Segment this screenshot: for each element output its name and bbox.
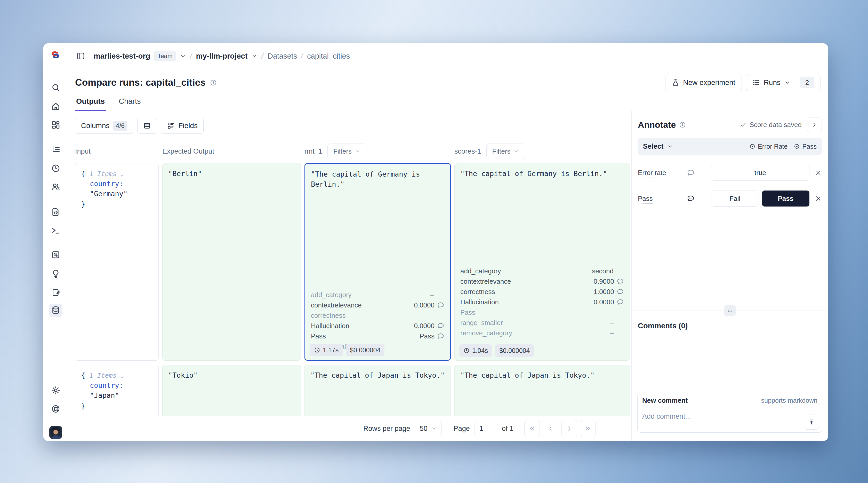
submit-comment-button[interactable] xyxy=(804,415,819,429)
runs-button[interactable]: Runs 2 xyxy=(746,74,821,91)
help-lifebuoy-icon[interactable] xyxy=(49,402,62,416)
chevron-down-icon[interactable]: ⌄ xyxy=(117,171,124,177)
columns-button[interactable]: Columns 4/6 xyxy=(75,118,133,134)
teams-users-icon[interactable] xyxy=(49,180,62,193)
select-dropdown[interactable]: Select xyxy=(643,143,674,151)
fail-option-button[interactable]: Fail xyxy=(711,190,759,207)
settings-gear-icon[interactable] xyxy=(49,384,62,397)
comment-bubble-icon[interactable] xyxy=(617,288,624,295)
row-height-button[interactable] xyxy=(137,118,157,134)
collapse-panel-button[interactable] xyxy=(807,117,822,132)
lightbulb-icon[interactable] xyxy=(49,267,62,280)
first-page-button[interactable] xyxy=(524,420,540,437)
input-cell[interactable]: { 1 Items ⌄ country: "Germany" } xyxy=(75,163,159,361)
pagination-bar: Rows per page 50 Page 1 of 1 xyxy=(68,416,631,441)
error-rate-scorer-chip[interactable]: Error Rate xyxy=(749,143,787,150)
json-items-label[interactable]: 1 Items xyxy=(90,170,117,178)
expected-output-cell[interactable]: "Tokio" xyxy=(162,365,301,418)
comment-bubble-icon[interactable] xyxy=(617,278,624,285)
metric-row[interactable]: range_smaller– xyxy=(460,318,624,328)
run1-filters-button[interactable]: Filters xyxy=(328,144,366,159)
last-page-button[interactable] xyxy=(580,420,595,437)
json-items-label[interactable]: 1 Items xyxy=(90,372,117,379)
metric-row[interactable]: PassPass xyxy=(311,331,444,341)
dashboard-grid-icon[interactable] xyxy=(49,118,62,132)
chevron-down-icon[interactable] xyxy=(251,53,257,59)
run1-output-cell[interactable]: "The capital of Japan is Tokyo." xyxy=(305,365,451,418)
pass-option-button-selected[interactable]: Pass xyxy=(762,190,810,207)
metric-row[interactable]: correctness– xyxy=(311,310,444,321)
breadcrumb-separator: / xyxy=(300,51,304,61)
comment-bubble-icon[interactable] xyxy=(687,169,711,177)
scorecard-percent-icon[interactable] xyxy=(49,248,62,262)
terminal-icon[interactable] xyxy=(49,224,62,238)
tab-outputs[interactable]: Outputs xyxy=(75,97,106,111)
error-rate-input[interactable]: true xyxy=(711,165,809,181)
info-icon[interactable] xyxy=(210,79,217,86)
comments-heading: Comments (0) xyxy=(638,322,688,330)
run2-output-cell[interactable]: "The capital of Japan is Tokyo." xyxy=(454,365,630,418)
user-avatar[interactable] xyxy=(49,426,62,439)
previous-page-button[interactable] xyxy=(543,420,558,437)
metric-row[interactable]: add_category– xyxy=(311,290,444,300)
chevron-down-icon[interactable] xyxy=(180,53,186,59)
run2-filters-button[interactable]: Filters xyxy=(486,144,525,159)
trace-tree-icon[interactable] xyxy=(49,143,62,156)
home-icon[interactable] xyxy=(49,100,62,113)
new-experiment-button[interactable]: New experiment xyxy=(665,74,742,91)
search-icon[interactable] xyxy=(49,81,62,94)
comment-bubble-icon[interactable] xyxy=(437,322,444,329)
fields-button[interactable]: Fields xyxy=(161,118,204,134)
latency-chip: 1.17s xyxy=(310,344,343,356)
run2-output-cell[interactable]: "The capital of Germany is Berlin." add_… xyxy=(454,163,630,361)
app-logo-icon[interactable] xyxy=(50,49,61,61)
breadcrumb-org[interactable]: marlies-test-org xyxy=(94,52,150,60)
metric-row[interactable]: add_categorysecond xyxy=(460,266,624,276)
metric-row[interactable]: contextrelevance0.9000 xyxy=(460,276,624,286)
rows-per-page-label: Rows per page xyxy=(363,425,410,433)
divider xyxy=(795,78,795,87)
metric-row[interactable]: correctness1.0000 xyxy=(460,286,624,297)
table-rows-viewport: { 1 Items ⌄ country: "Germany" } "Berlin… xyxy=(75,163,631,418)
next-page-button[interactable] xyxy=(561,420,577,437)
input-cell[interactable]: { 1 Items ⌄ country: "Japan" } xyxy=(75,365,159,418)
metric-row[interactable]: contextrelevance0.0000 xyxy=(311,300,444,310)
annotation-clipboard-icon[interactable] xyxy=(49,285,62,299)
expected-output-text: "Berlin" xyxy=(168,170,202,178)
latency-chip: 1.04s xyxy=(459,344,492,357)
column-header-expected[interactable]: Expected Output xyxy=(162,147,301,155)
comment-bubble-dots-icon[interactable] xyxy=(687,194,711,202)
expected-output-cell[interactable]: "Berlin" xyxy=(162,163,301,361)
column-header-input[interactable]: Input xyxy=(75,147,159,155)
drag-handle[interactable] xyxy=(724,305,736,316)
clear-error-rate-icon[interactable] xyxy=(814,169,822,176)
tab-charts[interactable]: Charts xyxy=(118,97,142,111)
comment-bubble-icon[interactable] xyxy=(617,298,624,306)
clear-pass-icon[interactable] xyxy=(814,195,822,202)
metric-value: Pass xyxy=(420,332,435,340)
breadcrumb-current[interactable]: capital_cities xyxy=(307,52,350,60)
metric-row[interactable]: Hallucination0.0000 xyxy=(311,321,444,331)
rows-per-page-select[interactable]: 50 xyxy=(415,421,442,436)
code-file-icon[interactable] xyxy=(49,206,62,219)
pass-scorer-chip[interactable]: Pass xyxy=(794,143,817,150)
chevron-down-icon[interactable]: ⌄ xyxy=(117,372,124,379)
comment-input[interactable]: Add comment... xyxy=(638,408,822,433)
metric-row[interactable]: remove_category– xyxy=(460,328,624,338)
metric-row[interactable]: Hallucination0.0000 xyxy=(460,297,624,307)
run1-output-cell-selected[interactable]: "The capital of Germany is Berlin." add_… xyxy=(305,163,451,361)
history-clock-icon[interactable] xyxy=(49,161,62,175)
comment-bubble-icon[interactable] xyxy=(437,332,444,340)
page-number-input[interactable]: 1 xyxy=(474,421,497,436)
sidebar-toggle-icon[interactable] xyxy=(75,50,87,62)
metric-row[interactable]: Pass– xyxy=(460,307,624,318)
metric-name: remove_category xyxy=(460,329,512,337)
breadcrumb-project[interactable]: my-llm-project xyxy=(196,52,247,60)
comment-bubble-icon[interactable] xyxy=(437,302,444,309)
info-icon[interactable] xyxy=(679,121,686,128)
breadcrumb-datasets[interactable]: Datasets xyxy=(268,52,297,60)
fields-label: Fields xyxy=(178,122,198,130)
column-header-run1[interactable]: rmt_1 xyxy=(305,147,322,155)
datasets-database-icon[interactable] xyxy=(49,304,62,317)
column-header-run2[interactable]: scores-1 xyxy=(454,147,481,155)
